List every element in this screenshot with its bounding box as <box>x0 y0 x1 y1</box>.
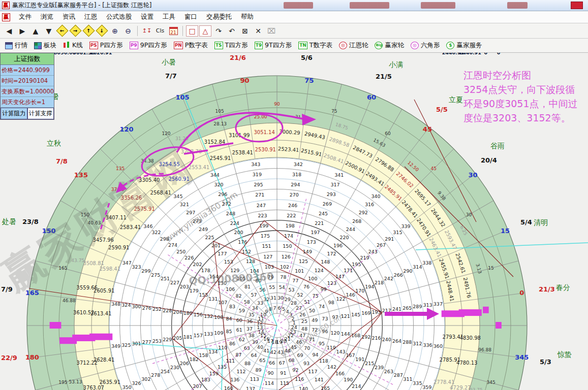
diamond-down-icon[interactable]: ↓ <box>96 25 108 37</box>
svg-text:215: 215 <box>365 361 374 366</box>
toolbar-item-winner-service[interactable]: $赢家服务 <box>444 40 485 51</box>
svg-text:319: 319 <box>253 172 262 177</box>
shrink-icon[interactable]: ✕ <box>252 25 264 37</box>
svg-text:75: 75 <box>304 77 314 84</box>
svg-text:205: 205 <box>173 335 182 341</box>
toolbar-item-p-table[interactable]: PNP数字表 <box>172 40 211 51</box>
svg-text:26: 26 <box>299 312 305 317</box>
svg-text:322: 322 <box>152 230 161 235</box>
svg-text:293: 293 <box>327 191 336 197</box>
close-button[interactable] <box>571 2 583 9</box>
up-pointer-icon[interactable]: ▲ <box>29 25 42 37</box>
toolbar-item-winner-wheel[interactable]: Big赢家轮 <box>373 40 407 51</box>
menu-0[interactable]: 文件 <box>14 12 36 22</box>
zoom-out-icon[interactable]: ⊖ <box>122 25 134 37</box>
svg-text:141: 141 <box>315 377 324 382</box>
menu-1[interactable]: 浏览 <box>36 12 58 22</box>
svg-text:345: 345 <box>515 353 529 361</box>
svg-text:320: 320 <box>214 182 223 187</box>
svg-text:172: 172 <box>327 251 336 256</box>
square-tool-icon[interactable]: □ <box>186 25 198 37</box>
svg-text:218: 218 <box>375 280 384 285</box>
toolbar-item-label: P数字表 <box>185 41 208 50</box>
toolbar-item-9p-square[interactable]: P99P四方形 <box>128 40 170 51</box>
svg-text:156: 156 <box>194 312 203 317</box>
forward-icon[interactable]: ▶ <box>16 25 28 37</box>
toolbar-item-quotes[interactable]: 行情 <box>3 40 30 51</box>
svg-text:0: 0 <box>497 53 501 55</box>
svg-text:321: 321 <box>180 202 189 207</box>
svg-text:339: 339 <box>401 223 411 229</box>
diamond-up-icon[interactable]: ↑ <box>82 25 95 37</box>
calc-resistance-button[interactable]: 计算阻力 <box>1 108 27 119</box>
rotate-ccw-icon[interactable]: ↶ <box>226 25 238 37</box>
svg-text:269: 269 <box>323 201 332 207</box>
svg-text:120: 120 <box>331 330 340 336</box>
screen-icon[interactable]: ⌧ <box>265 25 277 37</box>
svg-text:253: 253 <box>152 338 162 344</box>
svg-text:243: 243 <box>368 249 378 254</box>
svg-text:119: 119 <box>327 345 336 350</box>
menu-2[interactable]: 资讯 <box>58 12 80 22</box>
menu-8[interactable]: 交易委托 <box>202 12 236 22</box>
svg-text:60: 60 <box>367 93 376 101</box>
svg-text:171: 171 <box>344 268 353 273</box>
menu-6[interactable]: 工具 <box>158 12 180 22</box>
gann-wheel-canvas[interactable]: 1234567891011121314151617181920212223242… <box>0 53 588 390</box>
diamond-right-icon[interactable]: → <box>69 25 81 37</box>
box-x-icon[interactable]: ⊠ <box>239 25 251 37</box>
toolbar-item-sectors[interactable]: 板块 <box>32 40 59 51</box>
svg-text:216: 216 <box>372 335 381 341</box>
toolbar-item-t-table[interactable]: TNT数字表 <box>296 40 335 51</box>
svg-text:115: 115 <box>280 380 289 386</box>
svg-text:201: 201 <box>211 243 221 248</box>
toolbar-item-kline[interactable]: K线 <box>61 40 86 51</box>
menu-4[interactable]: 公式选股 <box>102 12 136 22</box>
toolbar-item-p-square[interactable]: PSP四方形 <box>87 40 126 51</box>
toolbar-item-gann-wheel[interactable]: ◎江恩轮 <box>337 40 372 51</box>
svg-text:196: 196 <box>333 243 343 248</box>
svg-text:276: 276 <box>142 305 151 311</box>
toolbar-item-label: 行情 <box>15 41 27 50</box>
svg-text:54: 54 <box>279 284 285 290</box>
svg-text:240: 240 <box>382 337 391 342</box>
rotate-cw-icon[interactable]: ↷ <box>212 25 225 37</box>
svg-text:242: 242 <box>384 276 393 281</box>
svg-text:102: 102 <box>280 264 289 270</box>
menu-7[interactable]: 窗口 <box>180 12 202 22</box>
svg-text:50.00: 50.00 <box>60 53 76 55</box>
back-icon[interactable]: ◀ <box>3 25 15 37</box>
toolbar-item-label: K线 <box>72 41 83 50</box>
t-updown-icon[interactable]: ↥↧ <box>141 25 153 37</box>
toolbar-item-hexagon[interactable]: ◎六角形 <box>409 40 443 51</box>
svg-text:27: 27 <box>296 305 302 311</box>
svg-text:34: 34 <box>252 305 258 311</box>
svg-text:158: 158 <box>199 352 208 358</box>
svg-text:344: 344 <box>210 172 220 178</box>
cls-icon[interactable]: Cls <box>154 25 166 37</box>
svg-text:3559.66: 3559.66 <box>77 285 98 290</box>
svg-text:143: 143 <box>336 349 346 354</box>
toolbar-item-label: 9T四方形 <box>265 41 292 50</box>
svg-text:125: 125 <box>299 258 308 264</box>
svg-text:223: 223 <box>258 213 267 218</box>
svg-text:341: 341 <box>334 172 344 178</box>
svg-text:193: 193 <box>372 309 381 315</box>
svg-text:30: 30 <box>466 212 472 217</box>
svg-text:117: 117 <box>308 369 317 374</box>
toolbar-item-9t-square[interactable]: T99T四方形 <box>253 40 295 51</box>
date-label: 7/9 <box>1 285 13 293</box>
menu-3[interactable]: 江恩 <box>80 12 102 22</box>
svg-text:265: 265 <box>403 305 412 311</box>
toolbar-item-t-square[interactable]: TST四方形 <box>212 40 251 51</box>
zoom-in-icon[interactable]: ⊕ <box>109 25 121 37</box>
svg-text:343: 343 <box>251 161 260 167</box>
menu-5[interactable]: 设置 <box>136 12 158 22</box>
diamond-left-icon[interactable]: ← <box>56 25 68 37</box>
triangle-tool-icon[interactable]: △ <box>199 25 211 37</box>
down-pointer-icon[interactable]: ▼ <box>43 25 55 37</box>
solar-term-label: 清明 <box>534 218 548 228</box>
menu-9[interactable]: 帮助 <box>236 12 258 22</box>
calc-support-button[interactable]: 计算支撑 <box>27 108 54 119</box>
calendar-icon[interactable]: 21 <box>167 25 179 37</box>
